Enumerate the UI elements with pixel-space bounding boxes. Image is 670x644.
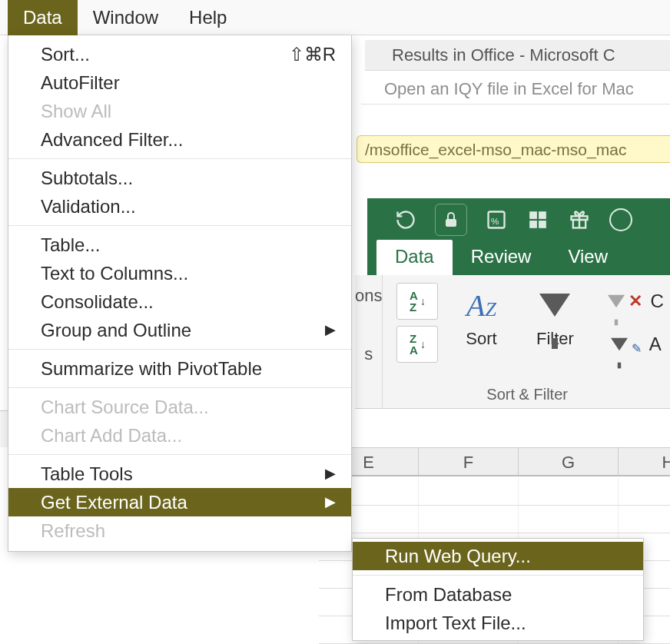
menu-table-tools[interactable]: Table Tools ▶: [8, 460, 351, 488]
get-external-data-submenu: Run Web Query... From Database Import Te…: [352, 538, 644, 641]
column-header[interactable]: G: [519, 448, 619, 475]
menu-subtotals[interactable]: Subtotals...: [8, 164, 351, 192]
advanced-filter-button[interactable]: ✎ A: [604, 326, 662, 363]
menu-chart-add: Chart Add Data...: [8, 421, 351, 450]
tab-review[interactable]: Review: [453, 240, 550, 275]
menu-show-all: Show All: [8, 97, 351, 125]
menu-get-external-data[interactable]: Get External Data ▶: [8, 488, 351, 516]
page-title: Results in Office - Microsoft C: [365, 40, 670, 71]
gift-icon[interactable]: [567, 207, 592, 232]
chevron-right-icon: ▶: [325, 460, 336, 488]
svg-rect-0: [446, 219, 456, 227]
tab-view[interactable]: View: [549, 240, 626, 275]
ribbon-cutoff: ons s: [355, 275, 383, 408]
url-fragment: /msoffice_excel-mso_mac-mso_mac: [357, 135, 670, 163]
lock-icon[interactable]: [435, 204, 467, 236]
menu-pivot[interactable]: Summarize with PivotTable: [8, 354, 351, 383]
undo-icon[interactable]: [393, 207, 418, 232]
menubar-data[interactable]: Data: [8, 0, 78, 35]
chevron-right-icon: ▶: [325, 488, 336, 516]
column-header[interactable]: H: [619, 448, 670, 475]
ribbon: ons s AZ↓ ZA↓ AZ Sort Filter: [355, 275, 670, 409]
menu-bar: Data Window Help: [0, 0, 670, 35]
menu-autofilter[interactable]: AutoFilter: [8, 68, 351, 97]
menu-text-to-columns[interactable]: Text to Columns...: [8, 259, 351, 287]
svg-text:%: %: [491, 215, 499, 225]
menu-sort[interactable]: Sort... ⇧⌘R: [8, 40, 351, 68]
svg-rect-5: [529, 221, 537, 228]
submenu-from-database[interactable]: From Database: [353, 580, 643, 609]
menu-consolidate[interactable]: Consolidate...: [8, 287, 351, 316]
ribbon-cutoff-text-s: s: [364, 344, 373, 364]
page-subtitle: Open an IQY file in Excel for Mac: [361, 74, 670, 105]
menu-group-outline[interactable]: Group and Outline ▶: [8, 316, 351, 344]
menu-refresh: Refresh: [8, 516, 351, 545]
column-headers: E F G H: [319, 447, 670, 476]
sort-button[interactable]: AZ Sort: [450, 283, 512, 349]
ribbon-cutoff-text-ons: ons: [355, 286, 382, 306]
chevron-right-icon: ▶: [325, 316, 336, 344]
quick-access-toolbar: %: [367, 198, 670, 241]
sort-asc-button[interactable]: AZ↓: [396, 283, 438, 320]
percent-icon[interactable]: %: [484, 207, 509, 232]
menu-separator: [353, 575, 643, 576]
submenu-import-text-file[interactable]: Import Text File...: [353, 609, 643, 637]
tab-data[interactable]: Data: [376, 240, 453, 275]
column-header[interactable]: F: [419, 448, 519, 475]
ribbon-group-sort-filter: AZ↓ ZA↓ AZ Sort Filter ✕ C: [383, 275, 670, 408]
menu-table[interactable]: Table...: [8, 231, 351, 259]
ribbon-group-label: Sort & Filter: [383, 386, 670, 408]
menu-separator: [8, 454, 351, 455]
data-menu: Sort... ⇧⌘R AutoFilter Show All Advanced…: [8, 35, 352, 552]
submenu-run-web-query[interactable]: Run Web Query...: [353, 542, 643, 570]
ribbon-tabs: Data Review View: [367, 241, 670, 275]
sort-desc-button[interactable]: ZA↓: [396, 326, 438, 363]
shortcut: ⇧⌘R: [289, 40, 336, 68]
menu-separator: [8, 349, 351, 350]
menubar-window[interactable]: Window: [78, 0, 174, 35]
svg-rect-3: [529, 211, 537, 219]
svg-rect-6: [539, 221, 546, 228]
menu-separator: [8, 387, 351, 388]
svg-rect-4: [539, 211, 546, 219]
menu-separator: [8, 225, 351, 226]
filter-button[interactable]: Filter: [524, 283, 585, 349]
menu-separator: [8, 158, 351, 159]
menu-advanced-filter[interactable]: Advanced Filter...: [8, 125, 351, 154]
grid-icon[interactable]: [526, 207, 550, 232]
menubar-help[interactable]: Help: [174, 0, 242, 35]
clear-filter-button[interactable]: ✕ C: [601, 283, 663, 320]
menu-validation[interactable]: Validation...: [8, 192, 351, 221]
record-icon[interactable]: [609, 207, 633, 232]
menu-chart-source: Chart Source Data...: [8, 393, 351, 421]
